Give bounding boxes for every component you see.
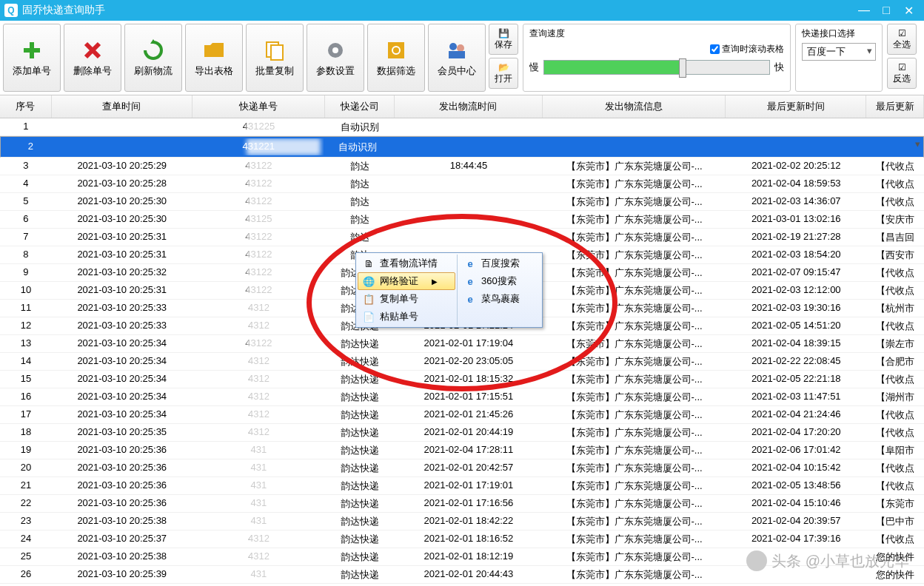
gear-icon bbox=[323, 38, 348, 63]
watermark-avatar bbox=[746, 550, 767, 571]
table-row[interactable]: 152021-03-10 20:25:344312韵达快递2021-02-01 … bbox=[0, 371, 924, 388]
menu-item[interactable]: 🗎查看物流详情 bbox=[358, 255, 455, 272]
col-header[interactable]: 查单时间 bbox=[52, 95, 192, 118]
menu-icon: 📄 bbox=[362, 310, 375, 323]
find-icon bbox=[384, 38, 409, 63]
grid-header: 序号查单时间快递单号快递公司发出物流时间发出物流信息最后更新时间最后更新 bbox=[0, 95, 924, 118]
table-row[interactable]: 52021-03-10 20:25:3043122韵达【东莞市】广东东莞塘厦公司… bbox=[0, 193, 924, 211]
svg-point-9 bbox=[457, 44, 464, 52]
col-header[interactable]: 序号 bbox=[0, 95, 52, 118]
table-row[interactable]: 142021-03-10 20:25:344312韵达快递2021-02-20 … bbox=[0, 353, 924, 371]
col-header[interactable]: 发出物流信息 bbox=[543, 95, 726, 118]
table-row[interactable]: 172021-03-10 20:25:344312韵达快递2021-02-01 … bbox=[0, 406, 924, 424]
folder-icon bbox=[201, 38, 227, 63]
x-icon bbox=[80, 38, 105, 63]
copy-icon bbox=[262, 38, 287, 63]
table-row[interactable]: 72021-03-10 20:25:3143122韵达【东莞市】广东东莞塘厦公司… bbox=[0, 229, 924, 246]
watermark-text: 头条 @小草也放光华 bbox=[771, 551, 909, 571]
toolbar-folder-button[interactable]: 导出表格 bbox=[185, 24, 243, 92]
menu-item[interactable]: e菜鸟裹裹 bbox=[459, 290, 540, 308]
menu-icon: 🗎 bbox=[362, 257, 375, 270]
svg-rect-10 bbox=[449, 51, 465, 58]
table-row[interactable]: 62021-03-10 20:25:3043125韵达【东莞市】广东东莞塘厦公司… bbox=[0, 211, 924, 229]
table-row[interactable]: 2431221自动识别 bbox=[0, 136, 924, 158]
ie-icon: e bbox=[463, 275, 477, 288]
col-header[interactable]: 快递单号 bbox=[192, 95, 326, 118]
open-icon: 📂 bbox=[498, 62, 509, 73]
refresh-icon bbox=[141, 38, 166, 63]
toolbar-gear-button[interactable]: 参数设置 bbox=[307, 24, 364, 92]
query-speed-group: 查询速度查询时滚动表格慢快 bbox=[523, 24, 791, 92]
check-icon: ☑ bbox=[898, 28, 906, 38]
table-row[interactable]: 242021-03-10 20:25:374312韵达快递2021-02-01 … bbox=[0, 531, 924, 548]
toolbar-users-button[interactable]: 会员中心 bbox=[428, 24, 486, 92]
table-row[interactable]: 132021-03-10 20:25:3443122韵达快递2021-02-01… bbox=[0, 335, 924, 353]
table-row[interactable]: 192021-03-10 20:25:36431韵达快递2021-02-04 1… bbox=[0, 442, 924, 459]
col-header[interactable]: 最后更新 bbox=[866, 95, 924, 118]
context-menu: 🗎查看物流详情🌐网络验证▶📋复制单号📄粘贴单号 e百度搜索e360搜索e菜鸟裹裹 bbox=[355, 252, 543, 328]
api-interface-group: 快递接口选择百度一下 bbox=[795, 24, 883, 92]
toolbar-find-button[interactable]: 数据筛选 bbox=[367, 24, 425, 92]
svg-rect-6 bbox=[388, 42, 404, 58]
table-row[interactable]: 1431225自动识别 bbox=[0, 118, 924, 136]
menu-item[interactable]: 🌐网络验证▶ bbox=[358, 272, 455, 290]
toolbar-x-button[interactable]: 删除单号 bbox=[64, 24, 121, 92]
menu-item[interactable]: e百度搜索 bbox=[459, 255, 540, 272]
menu-icon: 📋 bbox=[362, 292, 375, 306]
toolbar-copy-button[interactable]: 批量复制 bbox=[246, 24, 304, 92]
svg-rect-3 bbox=[271, 45, 283, 60]
table-row[interactable]: 42021-03-10 20:25:2843122韵达【东莞市】广东东莞塘厦公司… bbox=[0, 175, 924, 193]
watermark: 头条 @小草也放光华 bbox=[746, 550, 909, 571]
toolbar-refresh-button[interactable]: 刷新物流 bbox=[124, 24, 182, 92]
speed-slider[interactable] bbox=[543, 60, 770, 75]
table-row[interactable]: 232021-03-10 20:25:38431韵达快递2021-02-01 1… bbox=[0, 513, 924, 531]
table-row[interactable]: 202021-03-10 20:25:36431韵达快递2021-02-01 2… bbox=[0, 459, 924, 477]
maximize-button[interactable]: □ bbox=[875, 4, 897, 17]
data-grid: 序号查单时间快递单号快递公司发出物流时间发出物流信息最后更新时间最后更新 143… bbox=[0, 95, 924, 584]
plus-icon bbox=[19, 38, 44, 63]
menu-item[interactable]: 📄粘贴单号 bbox=[358, 308, 455, 326]
menu-icon: 🌐 bbox=[362, 275, 375, 288]
titlebar: Q 固乔快递查询助手 — □ ✕ bbox=[0, 0, 924, 21]
ie-icon: e bbox=[463, 292, 477, 306]
scroll-on-query-checkbox[interactable] bbox=[710, 44, 720, 54]
table-row[interactable]: 222021-03-10 20:25:36431韵达快递2021-02-01 1… bbox=[0, 495, 924, 513]
table-row[interactable]: 182021-03-10 20:25:354312韵达快递2021-02-01 … bbox=[0, 424, 924, 442]
col-header[interactable]: 快递公司 bbox=[325, 95, 395, 118]
svg-rect-1 bbox=[24, 48, 40, 53]
table-row[interactable]: 32021-03-10 20:25:2943122韵达18:44:45【东莞市】… bbox=[0, 158, 924, 175]
close-button[interactable]: ✕ bbox=[897, 4, 920, 18]
open-button[interactable]: 📂打开 bbox=[489, 58, 518, 89]
check-icon: ☑ bbox=[898, 62, 906, 73]
menu-item[interactable]: 📋复制单号 bbox=[358, 290, 455, 308]
toolbar-plus-button[interactable]: 添加单号 bbox=[3, 24, 61, 92]
app-title: 固乔快递查询助手 bbox=[22, 4, 853, 17]
ie-icon: e bbox=[463, 257, 477, 270]
submenu-arrow-icon: ▶ bbox=[432, 277, 438, 286]
api-select[interactable]: 百度一下 bbox=[802, 43, 876, 61]
menu-item[interactable]: e360搜索 bbox=[459, 272, 540, 290]
table-row[interactable]: 212021-03-10 20:25:36431韵达快递2021-02-01 1… bbox=[0, 477, 924, 495]
col-header[interactable]: 最后更新时间 bbox=[726, 95, 866, 118]
table-row[interactable]: 162021-03-10 20:25:344312韵达快递2021-02-01 … bbox=[0, 388, 924, 406]
invert-selection-button[interactable]: ☑反选 bbox=[887, 58, 917, 89]
svg-point-8 bbox=[449, 43, 457, 50]
select-all-button[interactable]: ☑全选 bbox=[887, 24, 917, 55]
users-icon bbox=[444, 38, 469, 63]
col-header[interactable]: 发出物流时间 bbox=[395, 95, 543, 118]
toolbar: 添加单号删除单号刷新物流导出表格批量复制参数设置数据筛选会员中心💾保存📂打开查询… bbox=[0, 21, 924, 95]
minimize-button[interactable]: — bbox=[853, 4, 875, 17]
app-icon: Q bbox=[4, 4, 18, 17]
svg-point-5 bbox=[332, 47, 338, 53]
save-icon: 💾 bbox=[498, 28, 509, 38]
save-button[interactable]: 💾保存 bbox=[489, 24, 518, 55]
